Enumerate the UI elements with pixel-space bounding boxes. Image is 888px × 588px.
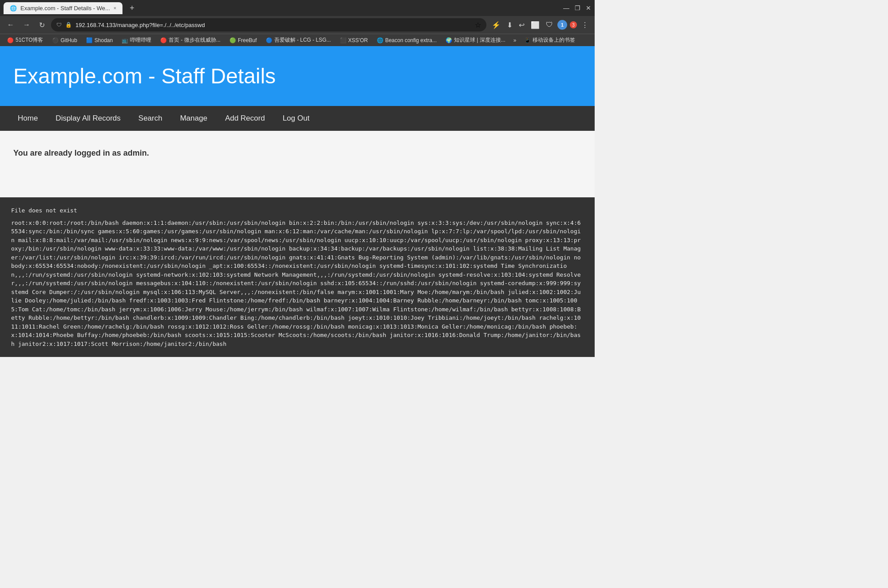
file-content: root:x:0:0:root:/root:/bin/bash daemon:x… [11, 219, 584, 349]
history-icon[interactable]: ↩ [517, 19, 526, 31]
nav-link-manage[interactable]: Manage [171, 106, 216, 131]
bookmark-label: 哔哩哔哩 [130, 36, 151, 44]
bookmark-favicon: 📺 [122, 37, 128, 43]
bookmark-label: 知识星球 | 深度连接... [454, 36, 505, 44]
bookmark-label: 移动设备上的书签 [533, 36, 575, 44]
browser-chrome: 🌐 Example.com - Staff Details - We... × … [0, 0, 595, 46]
main-content: You are already logged in as admin. [0, 131, 595, 197]
back-button[interactable]: ← [4, 19, 17, 31]
bookmarks-bar: 🔴 51CTO博客 ⚫ GitHub 🟦 Shodan 📺 哔哩哔哩 🔴 首页 … [0, 34, 595, 46]
site-header: Example.com - Staff Details [0, 46, 595, 106]
browser-toolbar: ← → ↻ 🛡 🔒 ☆ ⚡ ⬇ ↩ ⬜ 🛡 1 3 ⋮ [0, 16, 595, 34]
toolbar-icons: ⚡ ⬇ ↩ ⬜ 🛡 1 3 ⋮ [490, 19, 590, 31]
bookmark-github[interactable]: ⚫ GitHub [48, 36, 80, 44]
download-icon[interactable]: ⬇ [505, 19, 514, 31]
bookmark-label: Beacon config extra... [385, 37, 437, 43]
bookmark-favicon: 🔵 [266, 37, 272, 43]
logged-in-message: You are already logged in as admin. [13, 149, 581, 158]
file-dump: File does not exist root:x:0:0:root:/roo… [0, 197, 595, 357]
bookmark-freebuf[interactable]: 🟢 FreeBuf [226, 36, 260, 44]
star-icon[interactable]: ☆ [475, 21, 481, 29]
minimize-button[interactable]: — [563, 4, 569, 12]
bookmark-favicon: 🌐 [377, 37, 383, 43]
profile-avatar[interactable]: 1 [557, 20, 567, 30]
bookmark-icon[interactable]: ⬜ [529, 19, 541, 31]
notification-badge: 3 [570, 21, 577, 28]
bookmark-favicon: ⬛ [340, 37, 347, 43]
nav-link-logout[interactable]: Log Out [274, 106, 319, 131]
site-nav: Home Display All Records Search Manage A… [0, 106, 595, 131]
tab-close-button[interactable]: × [114, 5, 116, 11]
bookmark-favicon: 🟦 [86, 37, 93, 43]
address-bar-container[interactable]: 🛡 🔒 ☆ [51, 18, 486, 31]
bookmark-label: GitHub [60, 37, 77, 43]
nav-item-manage[interactable]: Manage [171, 106, 216, 131]
nav-link-home[interactable]: Home [9, 106, 47, 131]
browser-titlebar: 🌐 Example.com - Staff Details - We... × … [0, 0, 595, 16]
bookmark-favicon: 🟢 [229, 37, 236, 43]
refresh-button[interactable]: ↻ [36, 19, 47, 31]
bookmark-label: 51CTO博客 [16, 36, 43, 44]
nav-link-display-all[interactable]: Display All Records [47, 106, 129, 131]
forward-button[interactable]: → [20, 19, 33, 31]
bookmark-beacon[interactable]: 🌐 Beacon config extra... [373, 36, 440, 44]
tab-favicon: 🌐 [10, 5, 17, 12]
menu-icon[interactable]: ⋮ [580, 19, 590, 31]
nav-item-logout[interactable]: Log Out [274, 106, 319, 131]
maximize-button[interactable]: ❐ [575, 4, 580, 12]
nav-item-search[interactable]: Search [130, 106, 171, 131]
bookmark-favicon: 📱 [524, 37, 531, 43]
bookmark-52pojie[interactable]: 🔵 吾爱破解 - LCG - LSG... [262, 35, 335, 45]
browser-tab[interactable]: 🌐 Example.com - Staff Details - We... × [4, 2, 122, 14]
new-tab-button[interactable]: + [126, 2, 138, 15]
close-button[interactable]: ✕ [586, 4, 591, 12]
tab-title: Example.com - Staff Details - We... [20, 5, 110, 12]
bookmark-label: Shodan [95, 37, 113, 43]
bookmark-favicon: 🌍 [446, 37, 452, 43]
more-bookmarks-button[interactable]: » [511, 36, 519, 44]
bookmark-shodan[interactable]: 🟦 Shodan [83, 36, 116, 44]
nav-item-add-record[interactable]: Add Record [216, 106, 274, 131]
site-title: Example.com - Staff Details [13, 64, 581, 88]
file-not-exist-text: File does not exist [11, 206, 584, 215]
bookmark-mobile[interactable]: 📱 移动设备上的书签 [521, 35, 579, 45]
nav-item-home[interactable]: Home [9, 106, 47, 131]
lock-icon: 🔒 [65, 22, 72, 28]
bookmark-label: XSS'OR [348, 37, 368, 43]
nav-link-search[interactable]: Search [130, 106, 171, 131]
page-wrapper: Example.com - Staff Details Home Display… [0, 46, 595, 357]
bookmark-bilibili[interactable]: 📺 哔哩哔哩 [118, 35, 155, 45]
extensions-icon[interactable]: ⚡ [490, 19, 502, 31]
bookmark-label: 首页 - 微步在线威胁... [169, 36, 221, 44]
bookmark-favicon: ⚫ [52, 37, 59, 43]
nav-item-display-all[interactable]: Display All Records [47, 106, 129, 131]
window-controls: — ❐ ✕ [563, 4, 591, 12]
bookmark-favicon: 🔴 [160, 37, 167, 43]
bookmark-xssor[interactable]: ⬛ XSS'OR [336, 36, 371, 44]
address-bar[interactable] [75, 22, 471, 28]
security-icon: 🛡 [56, 22, 62, 28]
bookmark-label: FreeBuf [238, 37, 257, 43]
bookmark-zhishixingqiu[interactable]: 🌍 知识星球 | 深度连接... [442, 35, 509, 45]
bookmark-favicon: 🔴 [7, 37, 14, 43]
bookmark-weibu[interactable]: 🔴 首页 - 微步在线威胁... [157, 35, 224, 45]
bookmark-51cto[interactable]: 🔴 51CTO博客 [4, 35, 47, 45]
bookmark-label: 吾爱破解 - LCG - LSG... [274, 36, 331, 44]
shield-icon[interactable]: 🛡 [544, 19, 555, 31]
nav-link-add-record[interactable]: Add Record [216, 106, 274, 131]
